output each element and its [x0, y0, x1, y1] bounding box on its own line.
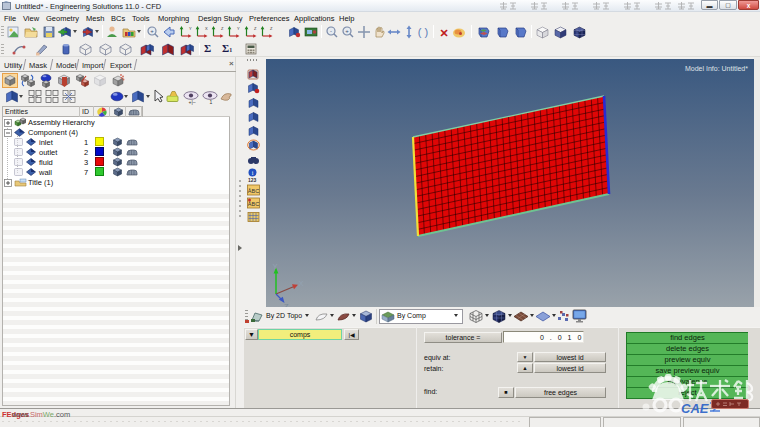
svg-text:Z: Z: [254, 26, 257, 31]
svg-text:+|–: +|–: [189, 99, 196, 105]
svg-text:ÅBC: ÅBC: [248, 188, 259, 194]
svg-text:Z: Z: [270, 26, 273, 31]
svg-text:✕: ✕: [439, 27, 448, 39]
svg-text:X: X: [299, 279, 304, 288]
svg-text:+: +: [345, 28, 349, 34]
svg-text:( ): ( ): [418, 26, 428, 38]
svg-text:Y: Y: [273, 262, 278, 271]
svg-text:Y: Y: [237, 26, 240, 31]
svg-text:Z: Z: [221, 26, 224, 31]
svg-text:Y: Y: [189, 26, 192, 31]
svg-text:-: -: [330, 28, 332, 34]
svg-text:1: 1: [210, 99, 213, 105]
svg-text:CAE: CAE: [681, 401, 709, 416]
svg-text:+: +: [150, 28, 154, 34]
svg-text:X: X: [205, 26, 208, 31]
